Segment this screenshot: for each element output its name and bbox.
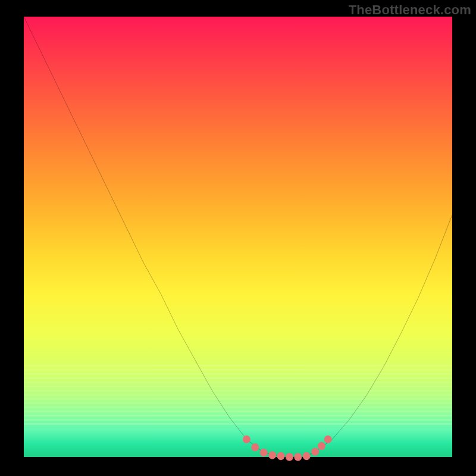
bottleneck-curve <box>24 17 452 457</box>
curve-layer <box>24 17 452 457</box>
optimal-dot <box>251 443 259 451</box>
optimal-range-dots <box>243 436 332 461</box>
optimal-dot <box>277 452 285 460</box>
optimal-dot <box>311 447 319 455</box>
chart-frame: TheBottleneck.com <box>0 0 476 476</box>
optimal-dot <box>268 451 276 459</box>
optimal-dot <box>294 453 302 461</box>
attribution-text: TheBottleneck.com <box>349 2 471 18</box>
optimal-dot <box>324 436 332 443</box>
optimal-dot <box>318 442 325 450</box>
optimal-dot <box>260 449 268 456</box>
optimal-dot <box>286 453 293 461</box>
optimal-dot <box>243 436 250 443</box>
optimal-dot <box>303 452 311 460</box>
